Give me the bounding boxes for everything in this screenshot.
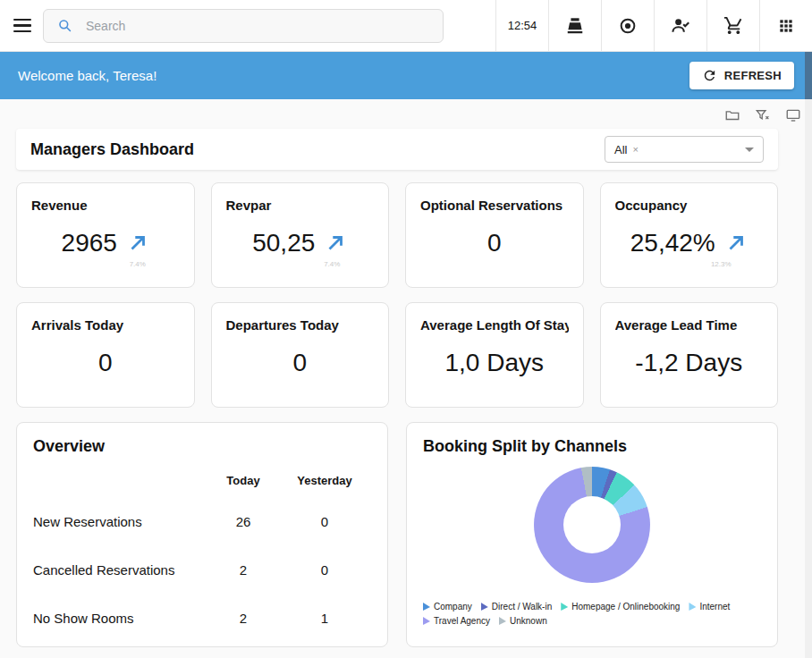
pos-terminal-button[interactable] xyxy=(548,0,601,51)
cart-button[interactable] xyxy=(706,0,759,51)
kpi-change: 7.4% xyxy=(258,260,390,268)
kpi-grid-row-1: Revenue 2965 7.4% Revpar 50,25 7.4% Opti… xyxy=(16,182,778,288)
filter-clear-icon[interactable]: × xyxy=(632,145,638,155)
kpi-card-average-lead-time: Average Lead Time -1,2 Days xyxy=(600,302,779,408)
chevron-down-icon xyxy=(745,148,754,152)
search-icon xyxy=(56,17,73,34)
kpi-title: Average Length Of Stay xyxy=(420,317,569,333)
kpi-title: Arrivals Today xyxy=(31,317,180,333)
topbar-actions: 12:54 xyxy=(495,0,812,51)
kpi-change: 12.3% xyxy=(647,260,779,268)
search-input[interactable] xyxy=(84,18,430,34)
search-box[interactable] xyxy=(43,9,444,43)
apps-grid-button[interactable] xyxy=(759,0,812,51)
person-check-icon xyxy=(671,15,691,36)
main-content: Managers Dashboard All × Revenue 2965 7.… xyxy=(0,127,812,647)
row-yesterday-value: 1 xyxy=(278,611,371,626)
kpi-title: Departures Today xyxy=(226,317,375,333)
column-header-today: Today xyxy=(208,474,278,487)
trend-up-icon xyxy=(724,232,748,255)
kpi-value: -1,2 Days xyxy=(635,349,742,377)
kpi-value: 1,0 Days xyxy=(445,349,545,377)
clock: 12:54 xyxy=(495,0,548,51)
legend-label: Homepage / Onlinebooking xyxy=(571,602,680,612)
kpi-value: 0 xyxy=(487,229,502,257)
legend-marker xyxy=(423,603,430,611)
kpi-value: 0 xyxy=(98,349,113,377)
row-today-value: 2 xyxy=(208,562,278,578)
kpi-card-arrivals-today: Arrivals Today 0 xyxy=(16,302,195,408)
filter-select[interactable]: All × xyxy=(605,136,764,163)
legend-item: Direct / Walk-in xyxy=(481,602,552,612)
kpi-grid-row-2: Arrivals Today 0 Departures Today 0 Aver… xyxy=(16,302,778,408)
kpi-title: Average Lead Time xyxy=(615,317,764,333)
legend-item: Unknown xyxy=(499,616,547,626)
target-icon xyxy=(618,16,638,36)
target-button[interactable] xyxy=(601,0,654,51)
overview-panel: Overview Today Yesterday New Reservation… xyxy=(16,422,388,647)
filter-selected-value: All xyxy=(614,143,627,156)
kpi-title: Revenue xyxy=(31,198,180,213)
overview-header-row: Today Yesterday xyxy=(33,463,371,497)
legend-item: Travel Agency xyxy=(423,616,490,626)
row-today-value: 2 xyxy=(208,611,278,626)
filter-icon[interactable] xyxy=(755,107,771,123)
table-row: Cancelled Reservations 2 0 xyxy=(33,545,371,594)
topbar: 12:54 xyxy=(0,0,812,52)
welcome-text: Welcome back, Teresa! xyxy=(18,68,156,83)
kpi-title: Revpar xyxy=(226,198,375,213)
scrollbar-thumb[interactable] xyxy=(805,52,812,99)
donut-chart-area: Company Direct / Walk-in Homepage / Onli… xyxy=(423,456,761,628)
row-yesterday-value: 0 xyxy=(278,562,371,578)
shopping-cart-icon xyxy=(723,15,744,36)
refresh-label: REFRESH xyxy=(724,69,782,82)
legend-label: Direct / Walk-in xyxy=(492,602,552,612)
refresh-icon xyxy=(702,68,717,83)
welcome-banner: Welcome back, Teresa! REFRESH xyxy=(0,52,812,99)
screen-icon[interactable] xyxy=(785,107,801,123)
row-label: New Reservations xyxy=(33,514,208,529)
kpi-value: 25,42% xyxy=(630,229,715,257)
scrollbar[interactable] xyxy=(805,52,812,658)
kpi-value: 2965 xyxy=(62,229,117,257)
row-label: Cancelled Reservations xyxy=(33,562,208,578)
row-yesterday-value: 0 xyxy=(278,514,371,529)
legend-label: Internet xyxy=(699,602,730,612)
dashboard-header: Managers Dashboard All × xyxy=(16,129,778,170)
legend-label: Unknown xyxy=(510,616,547,626)
donut-chart xyxy=(534,467,650,583)
kpi-title: Occupancy xyxy=(615,198,764,213)
chart-legend: Company Direct / Walk-in Homepage / Onli… xyxy=(423,602,761,628)
booking-split-panel: Booking Split by Channels Company Direct… xyxy=(406,422,778,647)
kpi-card-occupancy: Occupancy 25,42% 12.3% xyxy=(600,182,779,288)
overview-title: Overview xyxy=(33,437,371,456)
bottom-panels: Overview Today Yesterday New Reservation… xyxy=(16,422,778,647)
legend-label: Company xyxy=(434,602,472,612)
legend-marker xyxy=(481,603,488,611)
mini-toolbar xyxy=(0,99,812,127)
legend-marker xyxy=(689,603,696,611)
kpi-value: 0 xyxy=(292,349,307,377)
booking-split-title: Booking Split by Channels xyxy=(423,437,761,456)
hamburger-menu-icon[interactable] xyxy=(7,10,39,42)
clock-time: 12:54 xyxy=(508,19,537,32)
open-folder-icon[interactable] xyxy=(724,107,740,123)
legend-item: Company xyxy=(423,602,472,612)
trend-up-icon xyxy=(324,232,347,255)
kpi-change: 7.4% xyxy=(63,260,195,268)
kpi-card-optional-reservations: Optional Reservations 0 xyxy=(405,182,584,288)
apps-grid-icon xyxy=(777,17,795,35)
refresh-button[interactable]: REFRESH xyxy=(689,62,794,89)
overview-table: Today Yesterday New Reservations 26 0 Ca… xyxy=(33,463,371,642)
legend-item: Homepage / Onlinebooking xyxy=(561,602,680,612)
person-check-button[interactable] xyxy=(654,0,706,51)
pos-terminal-icon xyxy=(565,16,585,36)
kpi-card-average-length-of-stay: Average Length Of Stay 1,0 Days xyxy=(405,302,584,408)
legend-item: Internet xyxy=(689,602,730,612)
page-title: Managers Dashboard xyxy=(30,140,194,159)
row-label: No Show Rooms xyxy=(33,611,208,626)
row-today-value: 26 xyxy=(208,514,278,529)
kpi-card-departures-today: Departures Today 0 xyxy=(211,302,390,408)
table-row: No Show Rooms 2 1 xyxy=(33,594,371,642)
legend-marker xyxy=(561,603,568,611)
